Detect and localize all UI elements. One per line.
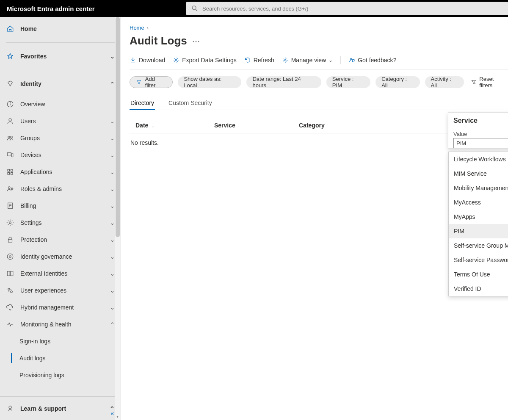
tab-custom-security[interactable]: Custom Security	[168, 97, 213, 110]
download-button[interactable]: Download	[130, 57, 165, 64]
sidebar-item-billing[interactable]: Billing ⌄	[0, 197, 121, 214]
value-label: Value	[453, 131, 508, 137]
category-chip[interactable]: Category : All	[375, 76, 420, 88]
service-option[interactable]: Verified ID	[449, 282, 508, 296]
service-chip[interactable]: Service : PIM	[326, 76, 370, 88]
sidebar-learn-label: Learn & support	[20, 405, 104, 412]
svg-rect-16	[8, 203, 13, 209]
sidebar-learn[interactable]: Learn & support ⌃	[0, 396, 121, 420]
sidebar-scrollbar[interactable]: ▴ ▾	[115, 17, 121, 420]
sidebar-nav: Home Favorites ⌄ Identity ⌃ Overview Use…	[0, 17, 121, 394]
export-button[interactable]: Export Data Settings	[173, 57, 236, 64]
service-option[interactable]: Terms Of Use	[449, 267, 508, 282]
refresh-icon	[244, 57, 251, 64]
col-date[interactable]: Date ↓	[130, 118, 214, 133]
scroll-thumb[interactable]	[116, 17, 120, 237]
command-bar: Download Export Data Settings Refresh Ma…	[130, 56, 508, 70]
svg-rect-8	[7, 153, 11, 156]
sidebar-item-governance[interactable]: Identity governance ⌄	[0, 248, 121, 265]
sidebar-item-roles[interactable]: Roles & admins ⌄	[0, 180, 121, 197]
svg-point-4	[10, 102, 11, 103]
gear-icon	[6, 218, 14, 227]
reset-filters-button[interactable]: Reset filters	[471, 76, 508, 88]
sidebar-favorites[interactable]: Favorites ⌄	[0, 44, 121, 68]
separator	[340, 56, 341, 64]
service-option[interactable]: Self-service Group Managem…	[449, 238, 508, 253]
manage-view-label: Manage view	[291, 57, 326, 64]
sidebar-home-label: Home	[20, 25, 116, 32]
service-select[interactable]: PIM ⌄	[453, 138, 508, 148]
separator	[6, 42, 115, 43]
add-filter-chip[interactable]: Add filter	[130, 76, 173, 88]
svg-point-28	[9, 406, 11, 409]
sidebar-sub-signin-logs[interactable]: Sign-in logs	[0, 333, 121, 350]
refresh-button[interactable]: Refresh	[244, 57, 274, 64]
info-icon	[6, 100, 14, 108]
sidebar-item-label: External Identities	[20, 270, 103, 277]
main-content: Home › Audit Logs ⋯ Download Export Data…	[121, 17, 508, 420]
svg-rect-10	[8, 169, 10, 171]
service-option[interactable]: Mobility Management	[449, 181, 508, 195]
sidebar-item-ux[interactable]: User experiences ⌄	[0, 282, 121, 299]
sidebar-item-label: Protection	[20, 236, 103, 243]
gear-icon	[282, 57, 289, 64]
apps-icon	[6, 168, 14, 176]
breadcrumb: Home ›	[130, 25, 508, 31]
sidebar-item-monitoring[interactable]: Monitoring & health ⌃	[0, 316, 121, 333]
sidebar-item-label: User experiences	[20, 287, 103, 294]
svg-rect-11	[11, 169, 13, 171]
add-filter-label: Add filter	[145, 76, 167, 88]
search-box[interactable]	[186, 2, 508, 15]
sidebar-item-protection[interactable]: Protection ⌄	[0, 231, 121, 248]
service-option[interactable]: Lifecycle Workflows	[449, 152, 508, 166]
service-option[interactable]: Self-service Password Manag…	[449, 253, 508, 267]
sidebar-sub-label: Sign-in logs	[19, 338, 50, 345]
more-icon[interactable]: ⋯	[192, 36, 200, 46]
manage-view-button[interactable]: Manage view ⌄	[282, 57, 333, 64]
sidebar-sub-provisioning-logs[interactable]: Provisioning logs	[0, 367, 121, 384]
col-service[interactable]: Service	[214, 118, 299, 133]
tab-bar: Directory Custom Security	[130, 97, 508, 110]
collapse-sidebar-icon[interactable]: «	[110, 410, 114, 417]
sidebar-item-devices[interactable]: Devices ⌄	[0, 146, 121, 163]
sidebar-home[interactable]: Home	[0, 17, 121, 41]
sidebar-item-label: Groups	[20, 135, 103, 141]
sidebar-identity[interactable]: Identity ⌃	[0, 72, 121, 96]
sidebar-item-groups[interactable]: Groups ⌄	[0, 130, 121, 146]
service-option[interactable]: MIM Service	[449, 166, 508, 181]
activity-chip[interactable]: Activity : All	[425, 76, 464, 88]
separator	[6, 70, 115, 70]
sidebar-item-label: Billing	[20, 202, 103, 209]
sidebar-sub-label: Audit logs	[19, 355, 45, 362]
sidebar-item-settings[interactable]: Settings ⌄	[0, 214, 121, 231]
service-filter-title: Service	[448, 113, 508, 128]
sidebar-sub-audit-logs[interactable]: Audit logs	[0, 350, 121, 367]
lock-icon	[6, 235, 14, 244]
sidebar-item-users[interactable]: Users ⌄	[0, 113, 121, 130]
sidebar-item-hybrid[interactable]: Hybrid management ⌄	[0, 299, 121, 316]
star-icon	[6, 52, 14, 61]
col-date-label: Date	[135, 122, 148, 129]
tab-directory[interactable]: Directory	[130, 97, 155, 110]
feedback-button[interactable]: Got feedback?	[348, 57, 396, 64]
svg-rect-24	[7, 271, 10, 276]
sidebar-item-overview[interactable]: Overview	[0, 96, 121, 113]
date-range-chip[interactable]: Date range: Last 24 hours	[246, 76, 321, 88]
sidebar-favorites-label: Favorites	[20, 53, 103, 60]
sidebar-item-external[interactable]: External Identities ⌄	[0, 265, 121, 282]
sidebar-identity-label: Identity	[20, 80, 103, 87]
svg-rect-21	[8, 239, 12, 242]
feedback-icon	[348, 57, 355, 64]
scroll-down-icon[interactable]: ▾	[115, 414, 120, 419]
groups-icon	[6, 134, 14, 142]
show-dates-chip[interactable]: Show dates as: Local	[178, 76, 241, 88]
breadcrumb-home[interactable]: Home	[130, 25, 144, 31]
search-input[interactable]	[202, 6, 504, 12]
sidebar-item-label: Roles & admins	[20, 185, 103, 192]
service-option[interactable]: MyAccess	[449, 195, 508, 210]
service-option-selected[interactable]: PIM	[449, 224, 508, 238]
page-title: Audit Logs ⋯	[130, 34, 508, 47]
service-option[interactable]: MyApps	[449, 210, 508, 224]
sidebar-item-applications[interactable]: Applications ⌄	[0, 163, 121, 180]
col-category[interactable]: Category	[299, 118, 443, 133]
